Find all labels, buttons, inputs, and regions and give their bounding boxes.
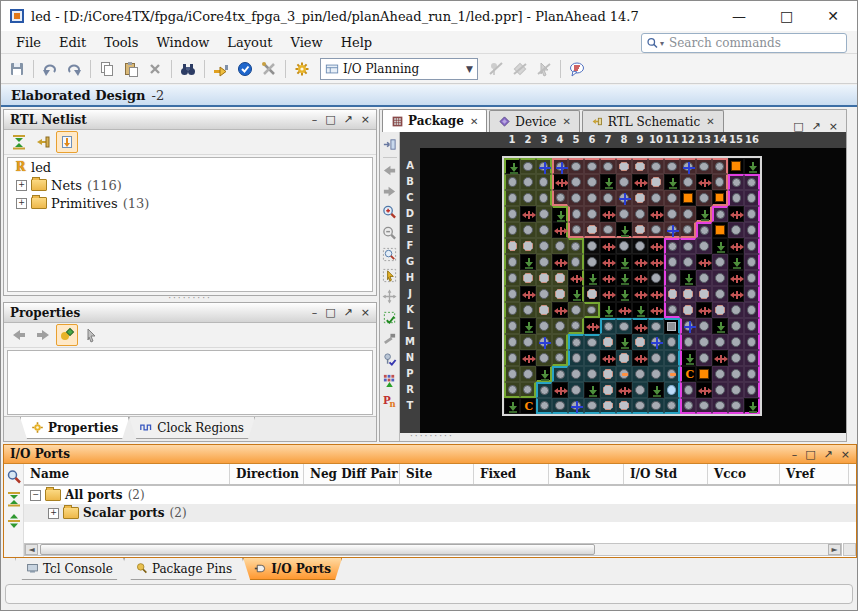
fit-view-icon[interactable] (380, 286, 400, 306)
package-pin-R5[interactable] (568, 382, 584, 398)
package-pin-R11[interactable] (664, 382, 680, 398)
horizontal-scrollbar[interactable]: ◄ ► (24, 543, 842, 556)
close-button[interactable]: ✕ (827, 8, 839, 24)
package-pin-R2[interactable] (520, 382, 536, 398)
package-pin-E8[interactable] (616, 222, 632, 238)
package-pin-C13[interactable] (696, 190, 712, 206)
package-pin-H15[interactable] (728, 270, 744, 286)
package-pin-G16[interactable] (744, 254, 760, 270)
back-icon[interactable] (8, 324, 30, 346)
package-pin-R9[interactable] (632, 382, 648, 398)
package-pin-P16[interactable] (744, 366, 760, 382)
package-pin-F6[interactable] (584, 238, 600, 254)
tab-package-pins[interactable]: Package Pins (124, 558, 243, 580)
package-pin-H14[interactable] (712, 270, 728, 286)
package-pin-D15[interactable] (728, 206, 744, 222)
package-pin-R16[interactable] (744, 382, 760, 398)
package-pin-A8[interactable] (616, 158, 632, 174)
package-pin-L2[interactable] (520, 318, 536, 334)
menu-help[interactable]: Help (332, 33, 382, 52)
package-pin-M8[interactable] (616, 334, 632, 350)
package-pin-L12[interactable] (680, 318, 696, 334)
package-pin-A6[interactable] (584, 158, 600, 174)
package-pin-T16[interactable] (744, 398, 760, 414)
package-pin-A16[interactable] (744, 158, 760, 174)
zoom-area-icon[interactable] (380, 244, 400, 264)
package-pin-N8[interactable] (616, 350, 632, 366)
package-pin-E2[interactable] (520, 222, 536, 238)
panel-float-icon[interactable]: ↗ (344, 114, 353, 125)
package-pin-E3[interactable] (536, 222, 552, 238)
pn-labels-icon[interactable]: Pn (380, 391, 400, 411)
package-pin-E13[interactable] (696, 222, 712, 238)
package-pin-A7[interactable] (600, 158, 616, 174)
package-pin-C16[interactable] (744, 190, 760, 206)
package-pin-F12[interactable] (680, 238, 696, 254)
package-pin-M1[interactable] (504, 334, 520, 350)
package-pin-G4[interactable] (552, 254, 568, 270)
search-commands-input[interactable] (667, 35, 842, 51)
package-pin-D16[interactable] (744, 206, 760, 222)
package-pin-G6[interactable] (584, 254, 600, 270)
gear-icon[interactable] (291, 58, 313, 80)
package-pin-G10[interactable] (648, 254, 664, 270)
tab-tcl-console[interactable]: Tcl Console (15, 558, 124, 580)
tab-properties[interactable]: Properties (20, 417, 129, 439)
package-pin-H4[interactable] (552, 270, 568, 286)
tab-package[interactable]: Package ✕ (382, 109, 487, 132)
package-pin-P7[interactable] (600, 366, 616, 382)
table-row-scalar-ports[interactable]: + Scalar ports (2) (24, 504, 856, 522)
package-pin-F13[interactable] (696, 238, 712, 254)
package-pin-P11[interactable] (664, 366, 680, 382)
package-pin-A3[interactable] (536, 158, 552, 174)
package-pin-H1[interactable] (504, 270, 520, 286)
package-pin-C10[interactable] (648, 190, 664, 206)
package-pin-R8[interactable] (616, 382, 632, 398)
expander-plus-icon[interactable]: + (16, 198, 27, 209)
package-pin-R13[interactable] (696, 382, 712, 398)
package-pin-L7[interactable] (600, 318, 616, 334)
package-pin-P6[interactable] (584, 366, 600, 382)
package-pin-B16[interactable] (744, 174, 760, 190)
package-pin-E7[interactable] (600, 222, 616, 238)
collapse-all-icon[interactable] (8, 131, 30, 153)
validate-icon[interactable] (380, 349, 400, 369)
package-pin-F16[interactable] (744, 238, 760, 254)
package-pin-T1[interactable] (504, 398, 520, 414)
package-pin-K16[interactable] (744, 302, 760, 318)
package-pin-C3[interactable] (536, 190, 552, 206)
package-pin-N12[interactable] (680, 350, 696, 366)
package-pin-K13[interactable] (696, 302, 712, 318)
package-pin-T15[interactable] (728, 398, 744, 414)
package-pin-F9[interactable] (632, 238, 648, 254)
package-pin-D5[interactable] (568, 206, 584, 222)
package-pin-C8[interactable] (616, 190, 632, 206)
package-pin-D13[interactable] (696, 206, 712, 222)
package-pin-L16[interactable] (744, 318, 760, 334)
package-pin-K14[interactable] (712, 302, 728, 318)
package-pin-N15[interactable] (728, 350, 744, 366)
package-pin-P9[interactable] (632, 366, 648, 382)
package-pin-P1[interactable] (504, 366, 520, 382)
package-pin-J9[interactable] (632, 286, 648, 302)
package-pin-T6[interactable] (584, 398, 600, 414)
package-pin-C7[interactable] (600, 190, 616, 206)
package-pin-D3[interactable] (536, 206, 552, 222)
package-pin-E6[interactable] (584, 222, 600, 238)
package-pin-D12[interactable] (680, 206, 696, 222)
package-pin-N10[interactable] (648, 350, 664, 366)
package-pin-J11[interactable] (664, 286, 680, 302)
package-pin-L10[interactable] (648, 318, 664, 334)
package-pin-B10[interactable] (648, 174, 664, 190)
package-pin-B15[interactable] (728, 174, 744, 190)
package-pin-R6[interactable] (584, 382, 600, 398)
package-pin-F2[interactable] (520, 238, 536, 254)
panel-float-icon[interactable]: ↗ (824, 449, 833, 460)
package-pin-C15[interactable] (728, 190, 744, 206)
package-pin-P5[interactable] (568, 366, 584, 382)
package-pin-L14[interactable] (712, 318, 728, 334)
package-pin-G1[interactable] (504, 254, 520, 270)
zoom-out-icon[interactable] (380, 223, 400, 243)
package-pin-N4[interactable] (552, 350, 568, 366)
package-pin-J6[interactable] (584, 286, 600, 302)
